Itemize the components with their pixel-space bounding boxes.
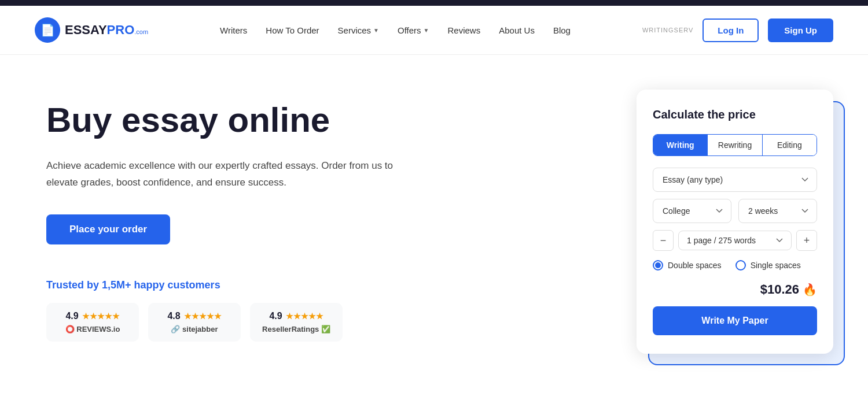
single-spaces-radio[interactable] — [735, 260, 746, 270]
trust-badge-reseller: 4.9 ★★★★★ ResellerRatings ✅ — [250, 303, 343, 342]
top-bar — [0, 0, 868, 6]
price-row: $10.26 🔥 — [653, 282, 817, 297]
spacing-row: Double spaces Single spaces — [653, 260, 817, 270]
trust-badge-reviews: 4.9 ★★★★★ ⭕ REVIEWS.io — [46, 303, 139, 342]
trusted-count: 1,5M+ — [102, 279, 131, 291]
level-deadline-row: College High School University Master's … — [653, 199, 817, 223]
nav-about-us[interactable]: About Us — [499, 25, 535, 35]
trusted-section: Trusted by 1,5M+ happy customers 4.9 ★★★… — [46, 279, 417, 342]
trust-badge-sitejabber: 4.8 ★★★★★ 🔗 sitejabber — [148, 303, 241, 342]
double-spaces-radio[interactable] — [653, 260, 663, 270]
nav-offers[interactable]: Offers ▼ — [398, 25, 429, 35]
nav-services[interactable]: Services ▼ — [338, 25, 379, 35]
calculator-wrapper: Calculate the price Writing Rewriting Ed… — [637, 90, 833, 354]
tab-editing[interactable]: Editing — [763, 135, 816, 155]
paper-type-select[interactable]: Essay (any type) Research Paper Term Pap… — [653, 168, 817, 192]
write-paper-button[interactable]: Write My Paper — [653, 306, 817, 335]
header: 📄 ESSAYPRO.com Writers How To Order Serv… — [0, 6, 868, 55]
reviews-icon: ⭕ — [65, 325, 75, 333]
nav-blog[interactable]: Blog — [553, 25, 571, 35]
logo-text: ESSAYPRO.com — [65, 23, 148, 38]
hero-left: Buy essay online Achieve academic excell… — [46, 90, 417, 342]
double-spaces-option[interactable]: Double spaces — [653, 260, 722, 270]
logo-icon: 📄 — [35, 17, 60, 43]
chevron-down-icon: ▼ — [373, 27, 379, 34]
tab-writing[interactable]: Writing — [653, 135, 708, 155]
single-spaces-option[interactable]: Single spaces — [735, 260, 801, 270]
calc-title: Calculate the price — [653, 108, 817, 121]
signup-button[interactable]: Sign Up — [768, 18, 833, 42]
tab-rewriting[interactable]: Rewriting — [708, 135, 762, 155]
trust-badges: 4.9 ★★★★★ ⭕ REVIEWS.io 4.8 ★★★★★ 🔗 sitej… — [46, 303, 417, 342]
header-right: WRITINGSERV Log In Sign Up — [642, 18, 833, 42]
nav-reviews[interactable]: Reviews — [448, 25, 481, 35]
pages-increase-button[interactable]: + — [796, 230, 817, 251]
writing-serv-label: WRITINGSERV — [642, 27, 693, 34]
stars-icon: ★★★★★ — [286, 312, 323, 321]
hero-section: Buy essay online Achieve academic excell… — [0, 55, 868, 404]
sitejabber-icon: 🔗 — [171, 325, 180, 333]
pages-decrease-button[interactable]: − — [653, 230, 674, 251]
stars-icon: ★★★★★ — [184, 312, 222, 321]
chevron-down-icon: ▼ — [424, 27, 429, 34]
stars-icon: ★★★★★ — [82, 312, 120, 321]
main-nav: Writers How To Order Services ▼ Offers ▼… — [220, 25, 571, 35]
nav-writers[interactable]: Writers — [220, 25, 247, 35]
login-button[interactable]: Log In — [703, 18, 759, 42]
pages-select[interactable]: 1 page / 275 words 2 pages / 550 words 3… — [678, 231, 792, 250]
hero-title: Buy essay online — [46, 101, 417, 139]
logo[interactable]: 📄 ESSAYPRO.com — [35, 17, 148, 43]
pages-row: − 1 page / 275 words 2 pages / 550 words… — [653, 230, 817, 251]
place-order-button[interactable]: Place your order — [46, 214, 170, 244]
price-calculator: Calculate the price Writing Rewriting Ed… — [637, 90, 833, 354]
deadline-select[interactable]: 2 weeks 6 hours 12 hours 24 hours 2 days… — [738, 199, 817, 223]
trusted-text: Trusted by 1,5M+ happy customers — [46, 279, 417, 291]
nav-how-to-order[interactable]: How To Order — [266, 25, 319, 35]
fire-icon: 🔥 — [803, 283, 817, 296]
academic-level-select[interactable]: College High School University Master's … — [653, 199, 731, 223]
calc-tab-group: Writing Rewriting Editing — [653, 134, 817, 156]
hero-subtitle: Achieve academic excellence with our exp… — [46, 158, 417, 191]
verified-icon: ✅ — [321, 325, 330, 333]
price-value: $10.26 — [760, 282, 799, 297]
